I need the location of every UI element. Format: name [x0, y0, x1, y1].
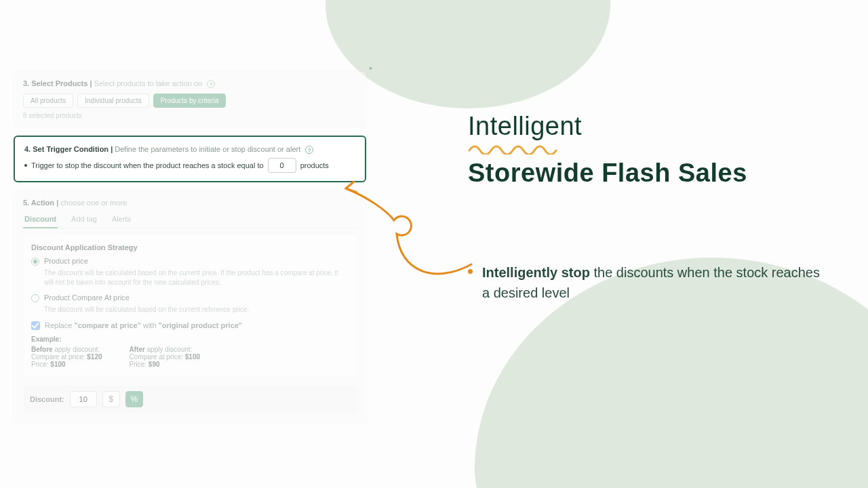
example-before-col: Before apply discount: Compare at price:… [31, 346, 102, 368]
example-after-col: After apply discount: Compare at price: … [130, 346, 201, 368]
select-products-sub: Select products to take action on [94, 79, 203, 87]
strategy-title: Discount Application Strategy [31, 243, 349, 251]
bullet-icon [24, 164, 27, 167]
help-icon[interactable]: ? [207, 80, 215, 88]
unit-currency-button[interactable]: $ [102, 391, 120, 407]
bullet-bold: Intelligently stop [482, 265, 590, 280]
radio-product-price-desc: The discount will be calculated based on… [44, 268, 349, 287]
app-panel: ▸ 3. Select Products | Select products t… [0, 71, 380, 432]
radio-product-price[interactable]: Product price [31, 257, 349, 266]
trigger-line: Trigger to stop the discount when the pr… [24, 158, 355, 173]
radio-icon [31, 294, 39, 302]
tab-add-tag[interactable]: Add tag [70, 211, 98, 228]
bullet-dot-icon [468, 269, 473, 274]
trigger-title: 4. Set Trigger Condition | [24, 145, 115, 153]
example-label: Example: [31, 336, 61, 343]
marketing-pane: Intelligent Storewide Flash Sales Intell… [468, 112, 821, 303]
stock-threshold-input[interactable] [268, 158, 296, 173]
discount-label: Discount: [30, 395, 64, 403]
brand-mark: ▸ [370, 64, 373, 71]
trigger-condition-card: 4. Set Trigger Condition | Define the pa… [14, 136, 366, 182]
tab-alerts[interactable]: Alerts [111, 211, 132, 228]
radio-compare-at-price[interactable]: Product Compare At price [31, 293, 349, 302]
squiggle-underline-icon [468, 144, 570, 155]
discount-strategy-block: Discount Application Strategy Product pr… [23, 235, 357, 376]
trigger-sub: Define the parameters to initiate or sto… [115, 145, 300, 153]
select-products-card: 3. Select Products | Select products to … [14, 71, 366, 127]
trigger-text-a: Trigger to stop the discount when the pr… [31, 161, 264, 169]
pill-products-by-criteria[interactable]: Products by criteria [153, 94, 226, 108]
unit-percent-button[interactable]: % [125, 391, 143, 407]
action-card: 5. Action | choose one or more Discount … [14, 190, 366, 424]
trigger-text-b: products [300, 161, 329, 169]
discount-value-input[interactable] [70, 391, 97, 407]
replace-price-checkbox-row[interactable]: Replace "compare at price" with "origina… [31, 321, 349, 330]
action-sub: choose one or more [60, 199, 127, 207]
action-title: 5. Action | [23, 199, 60, 207]
selected-count-note: 8 selected products [23, 112, 357, 119]
product-filter-row: All products Individual products Product… [23, 94, 357, 108]
radio-icon [31, 258, 39, 266]
select-products-title: 3. Select Products | [23, 79, 94, 87]
discount-amount-row: Discount: $ % [23, 386, 357, 413]
radio-product-price-label: Product price [44, 257, 88, 265]
help-icon[interactable]: ? [305, 146, 313, 154]
pill-all-products[interactable]: All products [23, 94, 73, 108]
tab-discount[interactable]: Discount [23, 211, 58, 228]
marketing-bullet-text: Intelligently stop the discounts when th… [482, 262, 821, 303]
pill-individual-products[interactable]: Individual products [77, 94, 149, 108]
checkbox-icon [31, 321, 40, 330]
marketing-title-line1: Intelligent [468, 112, 821, 141]
marketing-title-line2: Storewide Flash Sales [468, 159, 821, 188]
action-tabs: Discount Add tag Alerts [23, 211, 357, 228]
radio-compare-at-label: Product Compare At price [44, 293, 130, 302]
example-block: Example: Before apply discount: Compare … [31, 336, 349, 368]
marketing-bullet: Intelligently stop the discounts when th… [468, 262, 821, 303]
replace-text: Replace "compare at price" with "origina… [45, 321, 242, 329]
radio-compare-at-desc: The discount will be calculated based on… [44, 305, 349, 314]
